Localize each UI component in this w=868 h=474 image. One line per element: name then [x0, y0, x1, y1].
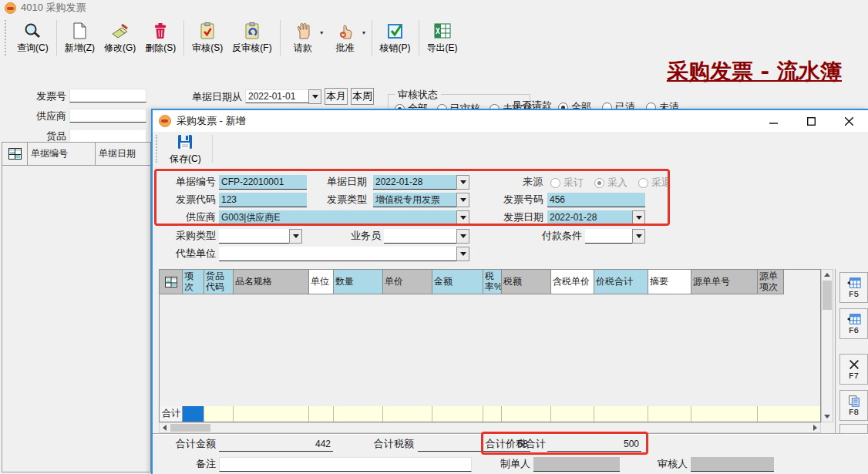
scroll-up-icon[interactable]: [822, 270, 833, 280]
doc-date-input[interactable]: 2022-01-28: [373, 175, 456, 190]
items-grid-body[interactable]: [160, 294, 820, 406]
save-button[interactable]: 保存(C): [163, 131, 207, 167]
grid-col-item-no[interactable]: 项次: [183, 270, 204, 294]
approve-dropdown-icon[interactable]: ▼: [362, 30, 367, 35]
dialog-titlebar[interactable]: 采购发票 - 新增: [153, 110, 868, 132]
grid-col-source-item-no[interactable]: 源单项次: [758, 270, 784, 294]
grid-col-unit[interactable]: 单位: [309, 270, 334, 294]
scroll-down-icon[interactable]: [822, 412, 833, 422]
audit-button[interactable]: 审核(S): [187, 18, 227, 58]
panel-divider: [835, 269, 836, 433]
source-return-radio[interactable]: [638, 178, 648, 188]
payment-terms-input[interactable]: [585, 229, 632, 244]
goods-filter-input[interactable]: [69, 129, 146, 143]
grid-col-price-with-tax[interactable]: 含税单价: [551, 270, 594, 294]
invoice-date-input[interactable]: 2022-01-28: [547, 210, 632, 225]
grid-col-source-doc-no[interactable]: 源单单号: [691, 270, 758, 294]
grid-col-total-with-tax[interactable]: 价税合计: [594, 270, 648, 294]
document-list-body: [2, 166, 150, 472]
creator-value: [533, 457, 620, 472]
grid-col-tax-rate[interactable]: 税率%: [483, 270, 502, 294]
invoice-type-input[interactable]: 增值税专用发票: [373, 193, 456, 207]
approve-icon: [336, 22, 355, 40]
source-order-radio[interactable]: [550, 178, 560, 188]
f7-button[interactable]: F7: [839, 354, 868, 385]
extra-fkey-button[interactable]: [839, 424, 868, 433]
dialog-title: 采购发票 - 新增: [177, 114, 752, 128]
salesman-dropdown-button[interactable]: [456, 229, 469, 244]
supplier-input[interactable]: G003|供应商E: [219, 210, 456, 225]
total-tax-label: 合计税额: [372, 437, 414, 451]
request-payment-button[interactable]: 请款: [284, 18, 322, 58]
scroll-right-icon[interactable]: [810, 423, 820, 432]
supplier-filter-input[interactable]: [69, 109, 146, 123]
doc-no-label: 单据编号: [167, 175, 216, 189]
invoice-type-dropdown-button[interactable]: [456, 193, 469, 207]
purchase-type-dropdown-button[interactable]: [289, 229, 302, 244]
grid-col-name-spec[interactable]: 品名规格: [234, 270, 309, 294]
grid-col-remark[interactable]: 摘要: [648, 270, 691, 294]
delete-button[interactable]: 删除(S): [140, 18, 180, 58]
grid-vertical-scrollbar[interactable]: [821, 269, 833, 422]
f8-button[interactable]: F8: [839, 390, 868, 421]
list-col-doc-date[interactable]: 单据日期: [96, 143, 150, 165]
doc-date-dropdown-button[interactable]: [456, 175, 469, 190]
invoice-number-label: 发票号码: [494, 193, 543, 207]
grid-selected-cell[interactable]: [183, 406, 204, 422]
doc-no-input[interactable]: CFP-22010001: [219, 175, 307, 190]
grid-corner-cell[interactable]: [160, 270, 183, 294]
writeoff-button[interactable]: 核销(P): [375, 18, 415, 58]
toolbar-separator: [419, 20, 419, 55]
grid-horizontal-scrollbar[interactable]: [159, 422, 821, 433]
invoice-number-input[interactable]: 456: [547, 193, 645, 207]
payment-terms-dropdown-button[interactable]: [632, 229, 645, 244]
list-corner-cell[interactable]: [2, 143, 28, 165]
query-button[interactable]: 查询(C): [12, 18, 53, 58]
unaudit-button[interactable]: 反审核(F): [227, 18, 276, 58]
f6-button[interactable]: F6: [839, 308, 868, 339]
unaudit-icon: [243, 22, 261, 40]
grid-col-tax[interactable]: 税额: [502, 270, 551, 294]
vertical-scroll-thumb[interactable]: [823, 281, 832, 310]
new-button[interactable]: 新增(Z): [60, 18, 99, 58]
this-month-button[interactable]: 本月: [325, 88, 348, 105]
supplier-dropdown-button[interactable]: [456, 210, 469, 225]
f5-button[interactable]: F5: [839, 272, 868, 303]
grid-col-price[interactable]: 单价: [383, 270, 432, 294]
audit-status-group-label: 审核状态: [395, 88, 441, 102]
toolbar-grip[interactable]: [5, 20, 9, 55]
grid-col-qty[interactable]: 数量: [334, 270, 383, 294]
request-payment-icon: [294, 22, 312, 40]
export-button[interactable]: 导出(E): [422, 18, 463, 58]
remark-input[interactable]: [219, 457, 472, 472]
salesman-input[interactable]: [384, 229, 456, 244]
source-receipt-radio[interactable]: [594, 178, 604, 188]
dialog-toolbar: 保存(C): [153, 132, 868, 166]
purchase-type-input[interactable]: [219, 229, 289, 244]
advance-unit-input[interactable]: [219, 247, 456, 261]
date-from-input[interactable]: 2022-01-01: [245, 89, 309, 103]
modify-button[interactable]: 修改(G): [99, 18, 140, 58]
total-amount-label: 合计金额: [173, 437, 216, 451]
list-col-doc-no[interactable]: 单据编号: [28, 143, 96, 165]
advance-unit-dropdown-button[interactable]: [456, 247, 469, 261]
maximize-icon[interactable]: [795, 110, 827, 132]
scroll-left-icon[interactable]: [160, 423, 170, 432]
invoice-date-dropdown-button[interactable]: [632, 210, 645, 225]
invoice-code-label: 发票代码: [167, 193, 216, 207]
toolbar-separator: [372, 20, 372, 55]
invoice-no-filter-input[interactable]: [69, 89, 146, 103]
dialog-toolbar-grip[interactable]: [156, 135, 160, 163]
close-icon[interactable]: [833, 110, 865, 132]
grid-col-goods-code[interactable]: 货品代码: [204, 270, 234, 294]
date-from-dropdown-button[interactable]: [308, 89, 321, 104]
grid-col-amount[interactable]: 金额: [432, 270, 483, 294]
invoice-code-input[interactable]: 123: [219, 193, 307, 207]
this-week-button[interactable]: 本周: [351, 88, 374, 105]
remark-label: 备注: [183, 457, 216, 471]
horizontal-scroll-thumb[interactable]: [170, 424, 210, 432]
approve-button[interactable]: 批准: [326, 18, 365, 58]
main-toolbar: 查询(C) 新增(Z) 修改(G) 删除(S) 审核(S) 反审核(F) 请款 …: [0, 16, 868, 59]
minimize-icon[interactable]: [757, 110, 789, 132]
request-payment-dropdown-icon[interactable]: ▼: [319, 30, 325, 35]
